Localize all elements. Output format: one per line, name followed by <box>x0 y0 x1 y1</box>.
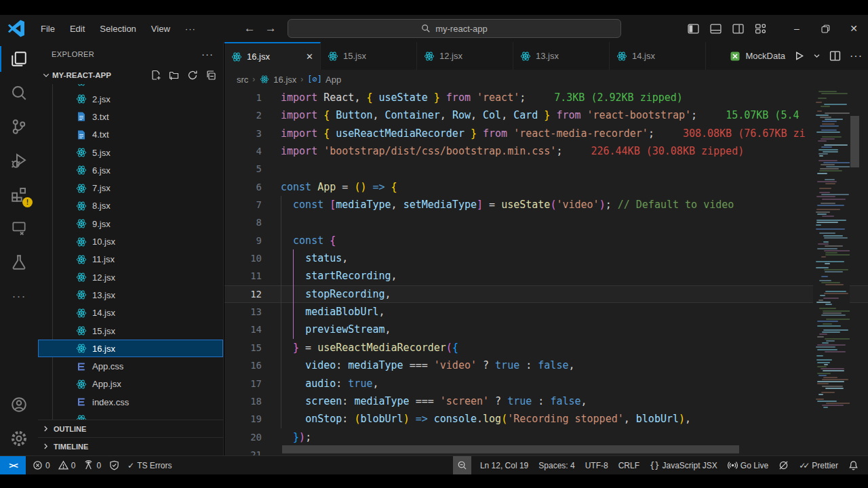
code-line-14[interactable]: 14 previewStream, <box>224 321 868 338</box>
code-line-16[interactable]: 16 video: mediaType === 'video' ? true :… <box>224 357 868 374</box>
back-arrow-icon[interactable]: ← <box>244 22 256 35</box>
timeline-panel-header[interactable]: TIMELINE <box>38 437 223 455</box>
command-center-search[interactable]: my-react-app <box>288 19 621 38</box>
customize-layout-icon[interactable] <box>750 18 770 39</box>
indentation[interactable]: Spaces: 4 <box>534 456 578 474</box>
minimize-button[interactable]: – <box>783 15 811 42</box>
breadcrumb-folder[interactable]: src <box>237 75 248 85</box>
language-mode[interactable]: {}JavaScript JSX <box>646 456 722 474</box>
activity-account-icon[interactable] <box>0 388 38 422</box>
menu-item-file[interactable]: File <box>35 21 61 37</box>
tree-item-6.jsx[interactable]: 6.jsx <box>38 161 223 179</box>
trust-status[interactable] <box>105 456 123 474</box>
tree-item-partial[interactable] <box>38 411 223 420</box>
menu-item-edit[interactable]: Edit <box>64 21 91 37</box>
run-dropdown-chevron-icon[interactable] <box>813 52 821 60</box>
activity-remote-explorer-icon[interactable] <box>0 211 38 245</box>
toggle-secondary-sidebar-icon[interactable] <box>728 18 748 39</box>
split-editor-icon[interactable] <box>829 50 841 62</box>
code-line-9[interactable]: 9 const { <box>224 232 868 249</box>
code-line-12[interactable]: 12 stopRecording, <box>224 285 868 303</box>
cursor-position[interactable]: Ln 12, Col 19 <box>476 456 532 474</box>
close-window-button[interactable]: ✕ <box>840 15 868 42</box>
tree-item-App.css[interactable]: App.css <box>38 357 223 375</box>
minimap[interactable] <box>813 89 850 455</box>
activity-test-beaker-icon[interactable] <box>0 245 38 279</box>
activity-settings-gear-icon[interactable] <box>0 422 38 455</box>
remote-indicator[interactable]: >< <box>0 456 26 474</box>
tree-item-13.jsx[interactable]: 13.jsx <box>38 286 223 304</box>
activity-search-icon[interactable] <box>0 76 38 110</box>
tab-13.jsx[interactable]: 13.jsx <box>513 42 610 70</box>
tree-item-4.txt[interactable]: 4.txt <box>38 126 223 144</box>
toggle-sidebar-icon[interactable] <box>683 18 703 39</box>
code-line-18[interactable]: 18 screen: mediaType === 'screen' ? true… <box>224 392 868 410</box>
tab-15.jsx[interactable]: 15.jsx <box>321 42 417 70</box>
run-config-item[interactable]: MockData <box>730 51 785 62</box>
explorer-section-header[interactable]: MY-REACT-APP <box>38 66 223 84</box>
code-line-7[interactable]: 7 const [mediaType, setMediaType] = useS… <box>224 196 868 214</box>
tree-item-partial[interactable] <box>38 84 223 90</box>
code-line-20[interactable]: 20 }); <box>224 428 868 446</box>
menu-more-icon[interactable]: ··· <box>179 21 202 37</box>
code-line-2[interactable]: 2import { Button, Container, Row, Col, C… <box>224 106 868 124</box>
tree-item-15.jsx[interactable]: 15.jsx <box>38 322 223 340</box>
notifications[interactable] <box>844 456 863 474</box>
code-line-4[interactable]: 4import 'bootstrap/dist/css/bootstrap.mi… <box>224 142 868 160</box>
tree-item-9.jsx[interactable]: 9.jsx <box>38 215 223 232</box>
eslint-status[interactable] <box>774 456 793 474</box>
tree-item-App.jsx[interactable]: App.jsx <box>38 375 223 393</box>
tree-item-7.jsx[interactable]: 7.jsx <box>38 179 223 197</box>
errors-count[interactable]: 0 <box>28 456 54 474</box>
menu-item-selection[interactable]: Selection <box>94 21 142 37</box>
warnings-count[interactable]: 0 <box>54 456 80 474</box>
tree-item-2.jsx[interactable]: 2.jsx <box>38 90 223 108</box>
tree-item-10.jsx[interactable]: 10.jsx <box>38 232 223 250</box>
tree-item-8.jsx[interactable]: 8.jsx <box>38 197 223 215</box>
horizontal-scrollbar[interactable] <box>282 445 739 453</box>
tab-12.jsx[interactable]: 12.jsx <box>417 42 513 70</box>
code-line-19[interactable]: 19 onStop: (blobUrl) => console.log('Rec… <box>224 410 868 428</box>
code-line-13[interactable]: 13 mediaBlobUrl, <box>224 303 868 321</box>
encoding[interactable]: UTF-8 <box>581 456 612 474</box>
new-file-icon[interactable] <box>151 70 161 81</box>
code-line-15[interactable]: 15 } = useReactMediaRecorder({ <box>224 339 868 357</box>
new-folder-icon[interactable] <box>169 70 180 81</box>
editor-more-actions-icon[interactable]: ··· <box>850 50 863 62</box>
activity-run-debug-icon[interactable] <box>0 144 38 178</box>
breadcrumb-symbol[interactable]: [⊘] App <box>307 75 341 85</box>
code-line-10[interactable]: 10 status, <box>224 249 868 267</box>
menu-item-view[interactable]: View <box>145 21 176 37</box>
vertical-scrollbar[interactable] <box>850 116 859 167</box>
tree-item-3.txt[interactable]: 3.txt <box>38 108 223 125</box>
activity-source-control-icon[interactable] <box>0 110 38 144</box>
run-button[interactable] <box>794 51 804 61</box>
tree-item-14.jsx[interactable]: 14.jsx <box>38 304 223 322</box>
forwarded-ports[interactable]: 0 <box>79 456 105 474</box>
tree-item-16.jsx[interactable]: 16.jsx <box>38 340 223 357</box>
ts-errors-status[interactable]: ✓TS Errors <box>123 456 176 474</box>
prettier-status[interactable]: ✓✓Prettier <box>795 456 842 474</box>
refresh-icon[interactable] <box>187 70 198 81</box>
code-line-5[interactable]: 5 <box>224 160 868 178</box>
collapse-all-icon[interactable] <box>205 70 216 81</box>
tree-item-5.jsx[interactable]: 5.jsx <box>38 144 223 161</box>
tree-item-11.jsx[interactable]: 11.jsx <box>38 251 223 268</box>
code-line-8[interactable]: 8 <box>224 214 868 231</box>
explorer-more-actions-icon[interactable]: ··· <box>201 48 214 60</box>
code-line-17[interactable]: 17 audio: true, <box>224 375 868 392</box>
activity-extensions-icon[interactable]: ! <box>0 178 38 211</box>
activity-more-icon[interactable]: ··· <box>0 279 38 313</box>
breadcrumb-file[interactable]: 16.jsx <box>259 75 296 85</box>
code-line-1[interactable]: 1import React, { useState } from 'react'… <box>224 89 868 106</box>
tree-item-12.jsx[interactable]: 12.jsx <box>38 268 223 286</box>
tab-16.jsx[interactable]: 16.jsx✕ <box>224 42 321 70</box>
activity-files-icon[interactable] <box>0 42 38 76</box>
forward-arrow-icon[interactable]: → <box>265 22 277 35</box>
tree-item-index.css[interactable]: index.css <box>38 393 223 411</box>
code-line-11[interactable]: 11 startRecording, <box>224 267 868 285</box>
code-line-6[interactable]: 6const App = () => { <box>224 178 868 196</box>
go-live[interactable]: Go Live <box>724 456 772 474</box>
code-editor[interactable]: 1import React, { useState } from 'react'… <box>224 89 868 455</box>
restore-button[interactable] <box>811 15 840 42</box>
